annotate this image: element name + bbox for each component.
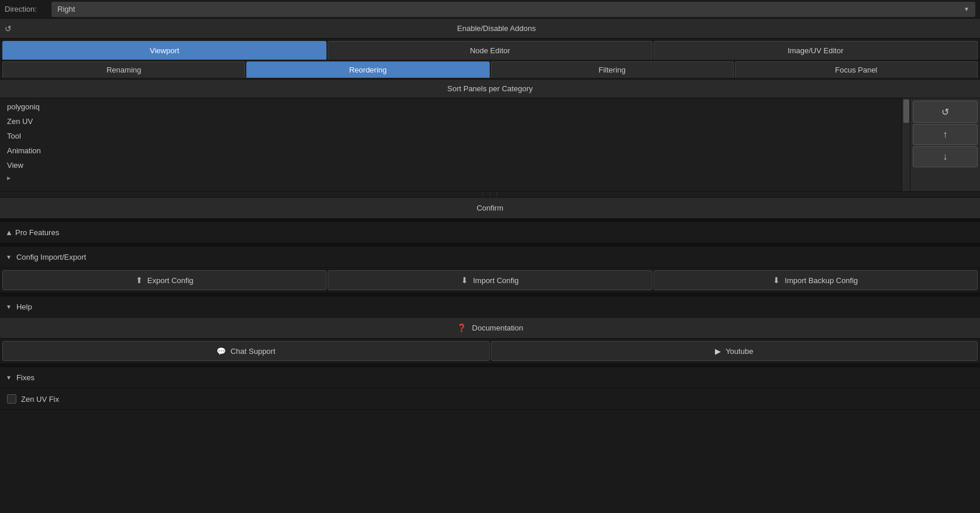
fixes-content: Zen UV Fix — [0, 388, 980, 410]
chevron-down-icon: ▼ — [6, 374, 12, 381]
arrow-up-icon: ↑ — [943, 129, 948, 140]
export-config-button[interactable]: ⬆ Export Config — [2, 270, 326, 290]
chevron-down-icon: ▼ — [964, 6, 969, 12]
documentation-button[interactable]: ❓ Documentation — [0, 318, 980, 339]
youtube-icon: ▶ — [715, 347, 721, 356]
main-panel: Direction: Right ▼ ↺ Enable/Disable Addo… — [0, 0, 980, 410]
confirm-button[interactable]: Confirm — [0, 198, 980, 219]
question-icon: ❓ — [457, 323, 466, 332]
list-item[interactable]: Zen UV — [0, 114, 902, 129]
direction-value: Right — [57, 5, 75, 13]
discord-icon: 💬 — [216, 347, 226, 356]
direction-label: Direction: — [5, 5, 51, 13]
sort-panels-button[interactable]: Sort Panels per Category — [0, 80, 980, 98]
download-backup-icon: ⬇ — [773, 276, 780, 285]
help-header[interactable]: ▼ Help — [0, 297, 980, 318]
reorder-list: polygoniq Zen UV Tool Animation View — [0, 98, 902, 191]
sub-tabs: Renaming Reordering Filtering Focus Pane… — [0, 60, 980, 80]
move-down-button[interactable]: ↓ — [913, 146, 978, 167]
download-icon: ⬇ — [461, 276, 468, 285]
import-backup-config-button[interactable]: ⬇ Import Backup Config — [654, 270, 978, 290]
resize-handle[interactable]: ⋮⋮⋮ — [0, 192, 980, 198]
help-title: Help — [16, 302, 32, 311]
scroll-thumb — [903, 99, 909, 123]
config-import-export-header[interactable]: ▼ Config Import/Export — [0, 247, 980, 268]
chevron-right-icon: ▶ — [5, 230, 12, 235]
refresh-icon: ↺ — [5, 24, 12, 33]
addon-label: Enable/Disable Addons — [18, 24, 975, 33]
tab-reordering[interactable]: Reordering — [246, 61, 489, 78]
zen-uv-fix-label: Zen UV Fix — [21, 395, 59, 404]
tab-filtering[interactable]: Filtering — [491, 61, 734, 78]
import-config-button[interactable]: ⬇ Import Config — [328, 270, 652, 290]
refresh-button[interactable]: ↺ — [913, 101, 978, 123]
move-up-button[interactable]: ↑ — [913, 124, 978, 145]
support-row: 💬 Chat Support ▶ Youtube — [0, 339, 980, 364]
list-controls: ↺ ↑ ↓ — [910, 98, 980, 191]
pro-features-header[interactable]: ▶ Pro Features — [0, 222, 980, 243]
list-item[interactable]: Tool — [0, 129, 902, 143]
tab-renaming[interactable]: Renaming — [2, 61, 245, 78]
list-item[interactable]: Animation — [0, 143, 902, 158]
fixes-header[interactable]: ▼ Fixes — [0, 367, 980, 388]
resize-dots-icon: ⋮⋮⋮ — [480, 191, 501, 198]
list-item[interactable]: View — [0, 158, 902, 173]
reorder-list-area: polygoniq Zen UV Tool Animation View ↺ — [0, 98, 980, 192]
tab-viewport[interactable]: Viewport — [2, 41, 326, 60]
pro-features-title: Pro Features — [15, 228, 59, 237]
fixes-title: Fixes — [16, 373, 35, 382]
config-import-export-title: Config Import/Export — [16, 253, 86, 261]
arrow-down-icon: ↓ — [943, 152, 948, 162]
youtube-button[interactable]: ▶ Youtube — [491, 341, 978, 361]
tab-node-editor[interactable]: Node Editor — [328, 41, 652, 60]
upload-icon: ⬆ — [136, 276, 143, 285]
refresh-icon: ↺ — [941, 106, 949, 118]
chevron-down-icon: ▼ — [6, 304, 12, 310]
chat-support-button[interactable]: 💬 Chat Support — [2, 341, 490, 361]
zen-uv-fix-checkbox[interactable] — [7, 394, 16, 404]
list-scrollbar[interactable] — [902, 98, 910, 191]
main-tabs: Viewport Node Editor Image/UV Editor — [0, 39, 980, 60]
config-buttons-row: ⬆ Export Config ⬇ Import Config ⬇ Import… — [0, 268, 980, 293]
chevron-down-icon: ▼ — [6, 254, 12, 260]
list-item[interactable]: polygoniq — [0, 99, 902, 114]
tab-focus-panel[interactable]: Focus Panel — [735, 61, 978, 78]
direction-select[interactable]: Right ▼ — [51, 2, 975, 17]
zen-uv-fix-row: Zen UV Fix — [6, 392, 974, 406]
enable-disable-addons-button[interactable]: ↺ Enable/Disable Addons — [0, 19, 980, 39]
tab-image-uv-editor[interactable]: Image/UV Editor — [654, 41, 978, 60]
direction-row: Direction: Right ▼ — [0, 0, 980, 19]
list-item-arrow[interactable] — [0, 173, 902, 184]
